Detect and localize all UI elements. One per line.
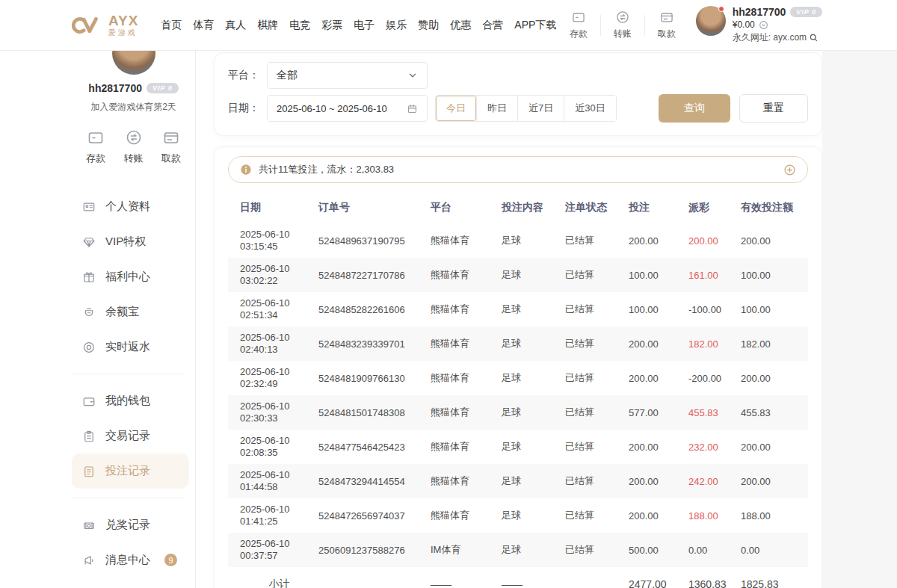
calendar-icon[interactable] (407, 103, 418, 114)
cell-valid-amount: 200.00 (741, 235, 808, 247)
brand-name: AYX (108, 13, 138, 28)
sidebar-item-意见反馈[interactable]: 意见反馈 (72, 578, 189, 588)
sidebar-item-label: 交易记录 (105, 429, 150, 443)
sidebar-item-label: 余额宝 (105, 305, 139, 319)
sidebar-quick-action-取款[interactable]: 取款 (153, 129, 189, 165)
cell-status: 已结算 (565, 371, 629, 385)
cell-bet-amount: 577.00 (629, 407, 688, 418)
vip-badge: VIP 0 (790, 7, 822, 17)
reset-button[interactable]: 重置 (739, 94, 808, 123)
sidebar-quick-actions: 存款转账取款 (72, 114, 195, 165)
cell-payout: -200.00 (688, 373, 741, 384)
quick-action-转账[interactable]: 转账 (605, 10, 640, 40)
sidebar-item-福利中心[interactable]: 福利中心 (72, 259, 189, 294)
sidebar-item-消息中心[interactable]: 消息中心9 (72, 542, 189, 578)
avatar[interactable] (696, 6, 726, 36)
table-row: 2025-06-1001:41:255248472656974037熊猫体育足球… (228, 498, 808, 533)
cell-payout: 242.00 (688, 476, 741, 487)
range-button-昨日[interactable]: 昨日 (476, 96, 517, 121)
piggy-bank-icon (82, 306, 96, 319)
nav-item[interactable]: 娱乐 (386, 19, 407, 32)
cell-bet-content: 足球 (502, 303, 565, 316)
brand-logo[interactable]: AYX 爱游戏 (72, 13, 138, 37)
search-icon[interactable] (809, 33, 819, 43)
nav-item[interactable]: 首页 (161, 19, 182, 32)
brand-subname: 爱游戏 (108, 29, 138, 37)
platform-select[interactable]: 全部 (267, 62, 428, 89)
sidebar-item-VIP特权[interactable]: VIP特权 (72, 224, 189, 259)
cell-date: 2025-06-1002:08:35 (240, 435, 318, 459)
balance-dropdown-icon[interactable] (759, 20, 768, 30)
date-range-input[interactable]: 2025-06-10 ~ 2025-06-10 (267, 95, 428, 122)
date-filter-label: 日期： (228, 102, 267, 115)
nav-item[interactable]: 真人 (225, 19, 246, 32)
sidebar-item-交易记录[interactable]: 交易记录 (72, 418, 189, 454)
cell-payout: 455.83 (688, 407, 741, 418)
cell-payout: 161.00 (688, 270, 741, 281)
sidebar-item-实时返水[interactable]: 实时返水 (72, 329, 189, 365)
divider (72, 374, 185, 374)
nav-item[interactable]: 体育 (193, 19, 214, 32)
rebate-icon (82, 341, 96, 354)
cell-bet-content: 足球 (502, 509, 565, 522)
sidebar: hh2817700 VIP 0 加入爱游戏体育第2天 存款转账取款 个人资料VI… (72, 51, 196, 588)
range-button-近30日[interactable]: 近30日 (564, 96, 615, 121)
column-header: 投注 (629, 201, 688, 214)
expand-plus-icon[interactable] (783, 164, 796, 176)
cell-valid-amount: 100.00 (741, 304, 808, 315)
sidebar-item-个人资料[interactable]: 个人资料 (72, 189, 189, 224)
column-header: 派彩 (688, 201, 741, 214)
quick-action-存款[interactable]: 存款 (561, 10, 596, 40)
cell-valid-amount: 200.00 (741, 476, 808, 487)
cell-bet-amount: 500.00 (629, 545, 688, 556)
range-button-今日[interactable]: 今日 (436, 96, 476, 121)
table-row: 2025-06-1000:37:572506091237588276IM体育足球… (228, 533, 808, 567)
cell-date: 2025-06-1001:44:58 (240, 469, 318, 493)
sidebar-item-label: 兑奖记录 (105, 518, 150, 532)
cell-bet-content: 足球 (502, 406, 565, 419)
table-body: 2025-06-1003:15:455248489637190795熊猫体育足球… (228, 223, 808, 567)
cell-status: 已结算 (565, 509, 629, 522)
cell-date: 2025-06-1001:41:25 (240, 504, 318, 527)
nav-item[interactable]: 彩票 (321, 19, 342, 32)
cell-bet-content: 足球 (502, 371, 565, 385)
sidebar-item-余额宝[interactable]: 余额宝 (72, 294, 189, 329)
cell-platform: IM体育 (431, 543, 502, 557)
nav-item[interactable]: 赞助 (418, 19, 439, 32)
nav-item[interactable]: 电竞 (289, 19, 310, 32)
cell-status: 已结算 (565, 406, 629, 419)
sidebar-quick-action-存款[interactable]: 存款 (78, 129, 114, 165)
table-row: 2025-06-1002:08:355248477546425423熊猫体育足球… (228, 430, 808, 464)
nav-item[interactable]: 电子 (354, 19, 374, 32)
summary-text: 共计11笔投注，流水：2,303.83 (259, 163, 394, 176)
wallet-icon (82, 394, 96, 408)
sidebar-item-我的钱包[interactable]: 我的钱包 (72, 383, 189, 418)
quick-action-取款[interactable]: 取款 (650, 10, 684, 40)
table-row: 2025-06-1002:51:345248485282261606熊猫体育足球… (228, 292, 808, 327)
divider (644, 15, 645, 36)
sidebar-item-投注记录[interactable]: 投注记录 (72, 454, 189, 489)
search-button[interactable]: 查询 (659, 94, 730, 123)
nav-item[interactable]: 合营 (482, 19, 503, 32)
withdraw-card-icon (650, 10, 684, 25)
cell-order-number: 5248489637190795 (318, 235, 431, 247)
nav-item[interactable]: 棋牌 (257, 19, 278, 32)
sidebar-vip-badge: VIP 0 (147, 83, 179, 93)
sidebar-quick-action-转账[interactable]: 转账 (116, 129, 152, 165)
cell-status: 已结算 (565, 337, 629, 350)
permanent-url-label: 永久网址: ayx.com (733, 31, 807, 44)
column-header: 日期 (240, 201, 318, 214)
cell-platform: 熊猫体育 (431, 337, 502, 350)
subtotal-platform: —— (431, 578, 502, 588)
nav-item[interactable]: APP下载 (514, 19, 556, 32)
cell-bet-amount: 100.00 (629, 304, 688, 315)
cell-date: 2025-06-1003:15:45 (240, 229, 318, 253)
summary-bar: 共计11笔投注，流水：2,303.83 (228, 156, 808, 183)
table-row: 2025-06-1002:32:495248481909766130熊猫体育足球… (228, 361, 808, 395)
sidebar-item-兑奖记录[interactable]: 兑奖记录 (72, 507, 189, 542)
range-button-近7日[interactable]: 近7日 (517, 96, 564, 121)
nav-item[interactable]: 优惠 (450, 19, 471, 32)
username: hh2817700 (733, 6, 786, 18)
cell-order-number: 5248485282261606 (318, 304, 431, 315)
column-header: 平台 (431, 201, 502, 214)
